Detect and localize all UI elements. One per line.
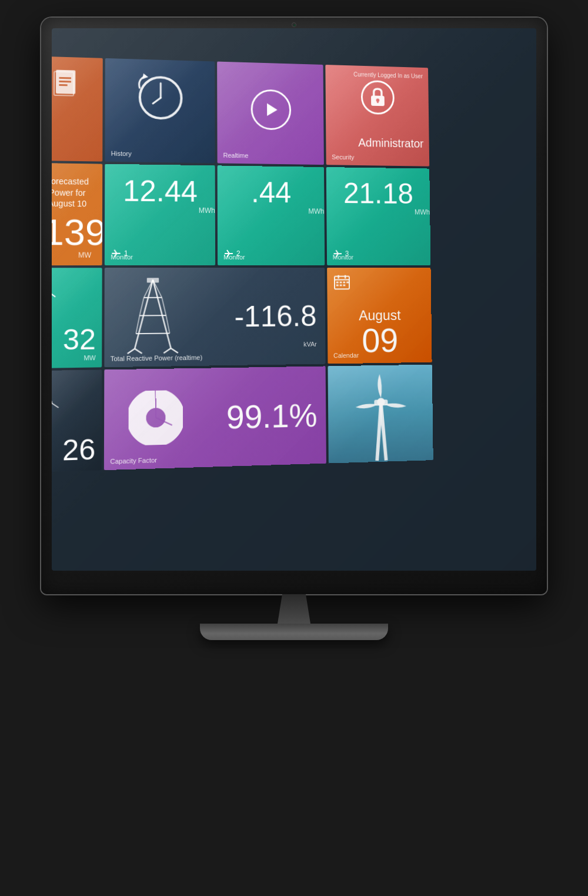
tile-realtime[interactable]: Realtime	[217, 62, 324, 165]
reactive-power-label: Total Reactive Power (realtime)	[111, 354, 202, 362]
capacity-label: Capacity Factor	[110, 457, 157, 465]
tile-forecast[interactable]: Forecasted Power for August 10 139.4 MW	[52, 163, 102, 265]
monitor2-label: Monitor	[223, 254, 245, 261]
monitor-wrapper: History Realtime Currently Logged In as …	[29, 0, 559, 896]
monitor1-value: 12.44	[105, 176, 215, 206]
calendar-icon	[334, 275, 350, 292]
tile-calendar[interactable]: August 09 Calendar	[327, 268, 432, 364]
svg-marker-9	[267, 103, 278, 116]
partial-left2-value: 26	[52, 435, 95, 466]
svg-line-42	[135, 349, 142, 354]
webcam-dot	[292, 22, 296, 27]
tile-doc[interactable]	[52, 56, 103, 161]
svg-rect-54	[336, 284, 339, 286]
svg-line-69	[380, 403, 386, 461]
forecast-value: 139.4	[52, 214, 91, 251]
reactive-power-value: -116.8	[234, 299, 316, 334]
security-label: Security	[332, 154, 354, 161]
svg-line-38	[162, 298, 166, 315]
pie-chart-icon	[129, 389, 183, 448]
monitor3-value: 21.18	[326, 179, 430, 208]
tile-capacity[interactable]: 99.1% Capacity Factor	[104, 366, 326, 470]
tile-partial-left[interactable]: 32 MW (me)	[52, 268, 102, 368]
svg-rect-51	[340, 281, 342, 283]
wind-turbine-partial-icon	[52, 389, 65, 419]
svg-line-31	[153, 279, 171, 348]
monitor-bezel: History Realtime Currently Logged In as …	[41, 18, 547, 594]
svg-line-34	[136, 334, 169, 334]
svg-marker-8	[142, 74, 148, 79]
monitor3-unit: MWh	[326, 208, 430, 216]
tile-monitor1[interactable]: 12.44 MWh 1 Monitor	[105, 164, 215, 265]
tile-monitor2[interactable]: .44 MWh 2 Monitor	[218, 165, 325, 265]
svg-rect-52	[343, 281, 345, 283]
tile-windmill[interactable]	[328, 365, 433, 464]
history-label: History	[111, 150, 132, 158]
play-icon	[250, 89, 291, 130]
svg-rect-45	[147, 278, 159, 282]
monitor1-label: Monitor	[111, 254, 133, 261]
doc-icon	[52, 68, 83, 107]
reactive-power-unit: kVAr	[303, 341, 317, 348]
tower-icon	[122, 277, 182, 357]
partial-left1-value: 32	[52, 325, 96, 355]
svg-line-37	[139, 298, 143, 316]
realtime-label: Realtime	[223, 152, 249, 159]
capacity-value: 99.1%	[226, 396, 318, 436]
screen: History Realtime Currently Logged In as …	[52, 28, 536, 571]
monitor2-unit: MWh	[218, 206, 325, 215]
svg-line-30	[135, 279, 153, 348]
windmill-photo-icon	[335, 368, 426, 463]
lock-icon	[360, 80, 394, 115]
svg-rect-56	[343, 284, 345, 286]
security-logged-in: Currently Logged In as User	[353, 71, 423, 79]
tiles-container: History Realtime Currently Logged In as …	[52, 54, 436, 475]
forecast-title: Forecasted Power for August 10	[52, 176, 92, 209]
monitor1-unit: MWh	[105, 205, 215, 215]
svg-rect-50	[336, 282, 339, 284]
security-top-text: Currently Logged In as User	[353, 71, 423, 79]
svg-rect-3	[59, 81, 71, 83]
svg-line-61	[52, 402, 59, 408]
svg-rect-4	[59, 84, 68, 86]
monitor-stand-neck	[270, 594, 318, 624]
svg-line-44	[171, 348, 178, 353]
tile-security[interactable]: Currently Logged In as User	[325, 65, 429, 166]
svg-rect-55	[340, 284, 342, 286]
calendar-label: Calendar	[333, 352, 359, 359]
tile-monitor3[interactable]: 21.18 MWh 3 Monitor	[326, 167, 431, 265]
tile-reactive-power[interactable]: -116.8 kVAr Total Reactive Power (realti…	[104, 268, 325, 367]
monitor2-value: .44	[218, 177, 325, 207]
svg-rect-2	[59, 77, 71, 79]
partial-left1-unit: MW	[52, 354, 96, 362]
wind-turbine-small-icon	[52, 280, 61, 304]
svg-line-43	[163, 348, 171, 353]
svg-line-7	[153, 98, 161, 104]
monitor-stand-base	[200, 624, 388, 640]
monitor3-label: Monitor	[333, 254, 353, 261]
admin-label: Administrator	[332, 136, 424, 151]
tile-history[interactable]: History	[105, 58, 215, 163]
svg-line-29	[52, 292, 55, 297]
svg-rect-53	[346, 281, 349, 283]
tile-partial-left2[interactable]: 26	[52, 369, 102, 472]
svg-line-41	[128, 349, 135, 354]
svg-rect-12	[377, 100, 379, 103]
svg-rect-71	[374, 399, 387, 405]
forecast-unit: MW	[52, 251, 91, 259]
history-icon	[133, 71, 187, 127]
